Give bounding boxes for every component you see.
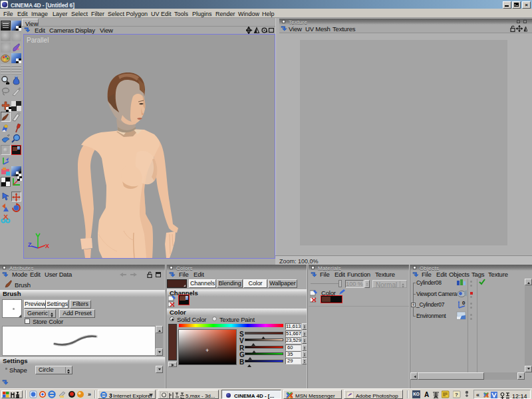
svg-text:?: ?	[455, 392, 458, 398]
svg-text:Z: Z	[28, 241, 32, 248]
svg-text:0: 0	[462, 300, 466, 306]
svg-text:X: X	[45, 243, 49, 249]
